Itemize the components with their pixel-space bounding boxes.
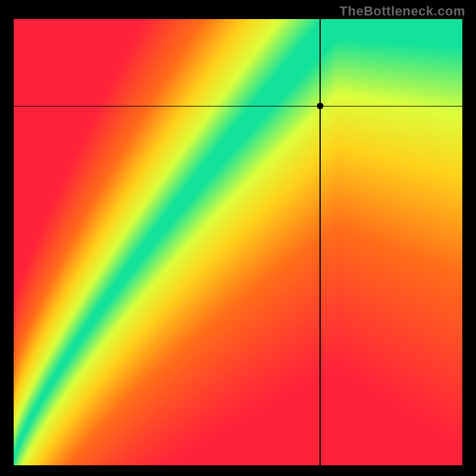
intersection-marker bbox=[317, 103, 323, 109]
crosshair-vertical bbox=[320, 19, 321, 465]
watermark-text: TheBottleneck.com bbox=[340, 4, 465, 19]
crosshair-horizontal bbox=[14, 106, 462, 107]
heatmap-plot bbox=[14, 19, 462, 465]
heatmap-canvas bbox=[14, 19, 462, 465]
